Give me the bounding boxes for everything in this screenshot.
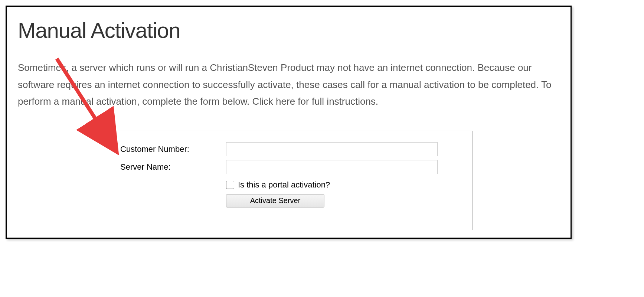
customer-number-input[interactable] [226, 142, 438, 156]
page-title: Manual Activation [18, 18, 559, 43]
portal-activation-checkbox[interactable] [226, 181, 234, 189]
activate-server-button[interactable]: Activate Server [226, 194, 324, 208]
activation-form: Customer Number: Server Name: Is this a … [109, 131, 473, 230]
portal-activation-label: Is this a portal activation? [238, 180, 330, 190]
server-name-row: Server Name: [120, 160, 461, 174]
main-container: Manual Activation Sometimes, a server wh… [6, 6, 572, 239]
customer-number-row: Customer Number: [120, 142, 461, 156]
server-name-label: Server Name: [120, 162, 226, 172]
customer-number-label: Customer Number: [120, 144, 226, 154]
page-description: Sometimes, a server which runs or will r… [18, 59, 559, 110]
button-row: Activate Server [226, 194, 461, 208]
server-name-input[interactable] [226, 160, 438, 174]
portal-checkbox-row: Is this a portal activation? [226, 180, 461, 190]
